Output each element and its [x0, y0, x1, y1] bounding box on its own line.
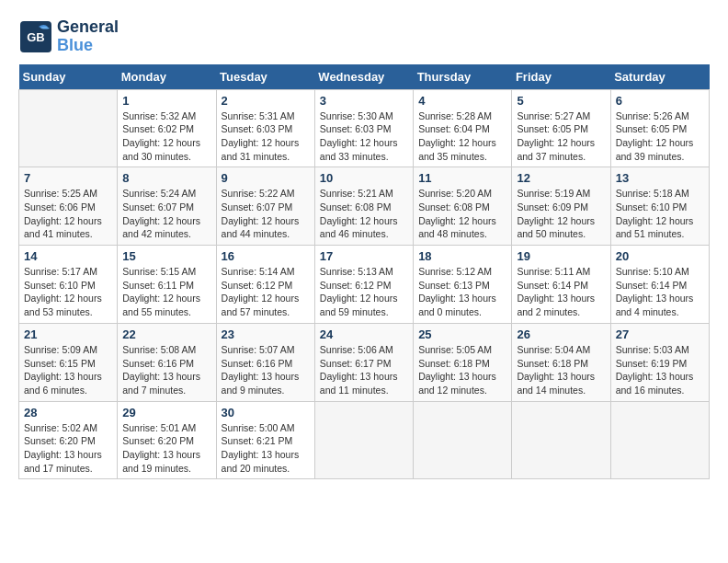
day-number: 21 [24, 327, 112, 341]
calendar-table: SundayMondayTuesdayWednesdayThursdayFrid… [18, 64, 710, 480]
calendar-cell: 26Sunrise: 5:04 AM Sunset: 6:18 PM Dayli… [512, 323, 610, 401]
day-number: 4 [418, 94, 506, 108]
calendar-cell: 5Sunrise: 5:27 AM Sunset: 6:05 PM Daylig… [512, 89, 610, 167]
day-number: 26 [517, 327, 605, 341]
day-detail: Sunrise: 5:12 AM Sunset: 6:13 PM Dayligh… [418, 265, 506, 319]
calendar-cell: 15Sunrise: 5:15 AM Sunset: 6:11 PM Dayli… [118, 246, 216, 324]
calendar-cell: 9Sunrise: 5:22 AM Sunset: 6:07 PM Daylig… [216, 167, 314, 246]
day-detail: Sunrise: 5:24 AM Sunset: 6:07 PM Dayligh… [122, 187, 210, 241]
day-number: 3 [320, 94, 408, 108]
day-number: 20 [616, 249, 704, 263]
calendar-cell: 27Sunrise: 5:03 AM Sunset: 6:19 PM Dayli… [610, 323, 709, 401]
calendar-cell: 22Sunrise: 5:08 AM Sunset: 6:16 PM Dayli… [118, 323, 216, 401]
day-number: 30 [222, 406, 310, 419]
day-detail: Sunrise: 5:07 AM Sunset: 6:16 PM Dayligh… [222, 343, 310, 397]
day-of-week-tuesday: Tuesday [216, 64, 314, 90]
page-header: GB General Blue [18, 18, 710, 55]
day-detail: Sunrise: 5:10 AM Sunset: 6:14 PM Dayligh… [616, 265, 704, 319]
calendar-cell [414, 401, 512, 479]
calendar-cell [610, 401, 709, 479]
calendar-week-1: 1Sunrise: 5:32 AM Sunset: 6:02 PM Daylig… [19, 89, 710, 167]
day-detail: Sunrise: 5:04 AM Sunset: 6:18 PM Dayligh… [517, 343, 605, 397]
calendar-week-2: 7Sunrise: 5:25 AM Sunset: 6:06 PM Daylig… [19, 167, 710, 246]
day-number: 14 [24, 249, 112, 263]
day-number: 28 [24, 406, 112, 419]
day-detail: Sunrise: 5:18 AM Sunset: 6:10 PM Dayligh… [616, 187, 704, 241]
day-number: 9 [222, 171, 310, 185]
day-number: 13 [616, 171, 704, 185]
day-of-week-wednesday: Wednesday [314, 64, 413, 90]
day-number: 6 [616, 94, 704, 108]
calendar-cell: 1Sunrise: 5:32 AM Sunset: 6:02 PM Daylig… [118, 89, 216, 167]
calendar-cell: 11Sunrise: 5:20 AM Sunset: 6:08 PM Dayli… [414, 167, 512, 246]
day-number: 18 [418, 249, 506, 263]
day-number: 27 [616, 327, 704, 341]
calendar-cell [19, 89, 118, 167]
day-number: 5 [517, 94, 605, 108]
day-detail: Sunrise: 5:06 AM Sunset: 6:17 PM Dayligh… [320, 343, 408, 397]
day-detail: Sunrise: 5:22 AM Sunset: 6:07 PM Dayligh… [222, 187, 310, 241]
calendar-cell [314, 401, 413, 479]
day-number: 23 [222, 327, 310, 341]
day-number: 12 [517, 171, 605, 185]
calendar-cell: 6Sunrise: 5:26 AM Sunset: 6:05 PM Daylig… [610, 89, 709, 167]
day-of-week-saturday: Saturday [610, 64, 709, 90]
calendar-cell: 20Sunrise: 5:10 AM Sunset: 6:14 PM Dayli… [610, 246, 709, 324]
day-number: 22 [122, 327, 210, 341]
calendar-week-3: 14Sunrise: 5:17 AM Sunset: 6:10 PM Dayli… [19, 246, 710, 324]
day-detail: Sunrise: 5:30 AM Sunset: 6:03 PM Dayligh… [320, 109, 408, 164]
day-detail: Sunrise: 5:00 AM Sunset: 6:21 PM Dayligh… [222, 421, 310, 476]
day-number: 1 [122, 94, 210, 108]
day-of-week-thursday: Thursday [414, 64, 512, 90]
calendar-cell: 12Sunrise: 5:19 AM Sunset: 6:09 PM Dayli… [512, 167, 610, 246]
calendar-cell: 19Sunrise: 5:11 AM Sunset: 6:14 PM Dayli… [512, 246, 610, 324]
calendar-cell: 10Sunrise: 5:21 AM Sunset: 6:08 PM Dayli… [314, 167, 413, 246]
svg-text:GB: GB [27, 30, 45, 44]
day-detail: Sunrise: 5:15 AM Sunset: 6:11 PM Dayligh… [122, 265, 210, 319]
day-detail: Sunrise: 5:09 AM Sunset: 6:15 PM Dayligh… [24, 343, 112, 397]
calendar-cell: 7Sunrise: 5:25 AM Sunset: 6:06 PM Daylig… [19, 167, 118, 246]
day-detail: Sunrise: 5:05 AM Sunset: 6:18 PM Dayligh… [418, 343, 506, 397]
day-number: 19 [517, 249, 605, 263]
day-number: 25 [418, 327, 506, 341]
day-detail: Sunrise: 5:11 AM Sunset: 6:14 PM Dayligh… [517, 265, 605, 319]
day-number: 16 [222, 249, 310, 263]
calendar-cell: 3Sunrise: 5:30 AM Sunset: 6:03 PM Daylig… [314, 89, 413, 167]
calendar-cell [512, 401, 610, 479]
calendar-cell: 29Sunrise: 5:01 AM Sunset: 6:20 PM Dayli… [118, 401, 216, 479]
day-detail: Sunrise: 5:02 AM Sunset: 6:20 PM Dayligh… [24, 421, 112, 476]
day-detail: Sunrise: 5:31 AM Sunset: 6:03 PM Dayligh… [222, 109, 310, 164]
calendar-cell: 2Sunrise: 5:31 AM Sunset: 6:03 PM Daylig… [216, 89, 314, 167]
day-number: 10 [320, 171, 408, 185]
calendar-cell: 23Sunrise: 5:07 AM Sunset: 6:16 PM Dayli… [216, 323, 314, 401]
day-detail: Sunrise: 5:28 AM Sunset: 6:04 PM Dayligh… [418, 109, 506, 164]
calendar-cell: 28Sunrise: 5:02 AM Sunset: 6:20 PM Dayli… [19, 401, 118, 479]
calendar-cell: 4Sunrise: 5:28 AM Sunset: 6:04 PM Daylig… [414, 89, 512, 167]
day-number: 17 [320, 249, 408, 263]
day-number: 8 [122, 171, 210, 185]
day-number: 2 [222, 94, 310, 108]
day-detail: Sunrise: 5:19 AM Sunset: 6:09 PM Dayligh… [517, 187, 605, 241]
calendar-cell: 16Sunrise: 5:14 AM Sunset: 6:12 PM Dayli… [216, 246, 314, 324]
calendar-cell: 18Sunrise: 5:12 AM Sunset: 6:13 PM Dayli… [414, 246, 512, 324]
calendar-cell: 30Sunrise: 5:00 AM Sunset: 6:21 PM Dayli… [216, 401, 314, 479]
day-of-week-monday: Monday [118, 64, 216, 90]
day-of-week-friday: Friday [512, 64, 610, 90]
calendar-header-row: SundayMondayTuesdayWednesdayThursdayFrid… [19, 64, 710, 90]
calendar-cell: 17Sunrise: 5:13 AM Sunset: 6:12 PM Dayli… [314, 246, 413, 324]
calendar-cell: 14Sunrise: 5:17 AM Sunset: 6:10 PM Dayli… [19, 246, 118, 324]
calendar-cell: 24Sunrise: 5:06 AM Sunset: 6:17 PM Dayli… [314, 323, 413, 401]
day-detail: Sunrise: 5:25 AM Sunset: 6:06 PM Dayligh… [24, 187, 112, 241]
day-number: 7 [24, 171, 112, 185]
logo-icon: GB [18, 19, 53, 54]
logo-name-line1: General [57, 18, 119, 37]
day-detail: Sunrise: 5:20 AM Sunset: 6:08 PM Dayligh… [418, 187, 506, 241]
day-of-week-sunday: Sunday [19, 64, 118, 90]
day-detail: Sunrise: 5:26 AM Sunset: 6:05 PM Dayligh… [616, 109, 704, 164]
day-detail: Sunrise: 5:03 AM Sunset: 6:19 PM Dayligh… [616, 343, 704, 397]
day-detail: Sunrise: 5:13 AM Sunset: 6:12 PM Dayligh… [320, 265, 408, 319]
calendar-week-4: 21Sunrise: 5:09 AM Sunset: 6:15 PM Dayli… [19, 323, 710, 401]
day-detail: Sunrise: 5:14 AM Sunset: 6:12 PM Dayligh… [222, 265, 310, 319]
logo-name-line2: Blue [57, 37, 119, 55]
calendar-cell: 8Sunrise: 5:24 AM Sunset: 6:07 PM Daylig… [118, 167, 216, 246]
